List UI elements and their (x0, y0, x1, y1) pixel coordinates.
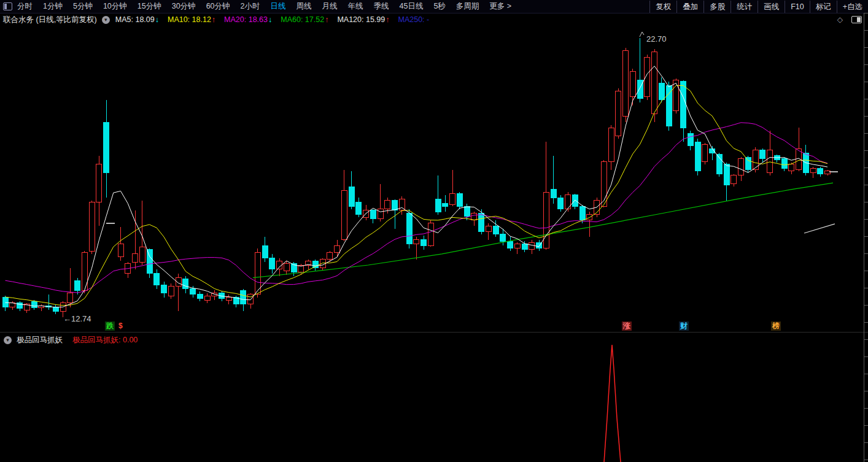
event-badge[interactable]: $ (117, 321, 124, 331)
toolbar-button[interactable]: F10 (785, 1, 810, 13)
toolbar-button[interactable]: 多股 (703, 1, 730, 13)
toolbar-button[interactable]: 统计 (730, 1, 758, 13)
svg-text:22.70: 22.70 (646, 34, 667, 44)
chevron-down-icon[interactable]: ▾ (4, 336, 12, 344)
toolbar-button[interactable]: 复权 (649, 1, 676, 13)
toolbar-button[interactable]: 画线 (758, 1, 785, 13)
period-tab[interactable]: 10分钟 (103, 1, 127, 12)
period-tab[interactable]: 日线 (270, 1, 285, 12)
price-axis-scrollbar[interactable] (864, 13, 868, 462)
symbol-title: 联合水务 (日线,等比前复权) (3, 15, 97, 25)
period-tab[interactable]: 60分钟 (206, 1, 230, 12)
period-tab[interactable]: 5分钟 (73, 1, 93, 12)
split-panel-icon[interactable] (851, 16, 862, 23)
period-tab[interactable]: 多周期 (456, 1, 479, 12)
indicator-value: 极品回马抓妖: 0.00 (72, 335, 138, 345)
ma-label: MA20: 18.63↓ (224, 15, 272, 24)
period-tab[interactable]: 更多 > (489, 1, 511, 12)
symbol-bar: 联合水务 (日线,等比前复权) ▾ MA5: 18.09↓MA10: 18.12… (0, 13, 868, 26)
period-tab[interactable]: 分时 (17, 1, 33, 12)
ma-label: MA60: 17.52↑ (281, 15, 328, 24)
svg-text:←12.74: ←12.74 (63, 314, 91, 323)
toolbar-right-buttons: 复权叠加多股统计画线F10标记+自选 (649, 0, 868, 13)
period-tab[interactable]: 5秒 (433, 1, 445, 12)
period-toolbar: 分时1分钟5分钟10分钟15分钟30分钟60分钟2小时日线周线月线年线季线45日… (0, 0, 868, 13)
diamond-icon[interactable]: ◇ (837, 15, 843, 24)
event-badge[interactable]: 涨 (622, 321, 632, 331)
indicator-panel[interactable]: ▾ 极品回马抓妖 极品回马抓妖: 0.00 (0, 333, 868, 462)
period-tab[interactable]: 15分钟 (138, 1, 161, 12)
indicator-name[interactable]: 极品回马抓妖 (17, 335, 63, 345)
ma-label: MA10: 18.12↑ (168, 15, 215, 24)
ma-label: MA250: - (398, 15, 429, 24)
event-badge[interactable]: 财 (679, 321, 689, 331)
ma-label: MA120: 15.99↑ (337, 15, 389, 24)
ma-label: MA5: 18.09↓ (115, 15, 159, 24)
period-tab[interactable]: 30分钟 (172, 1, 196, 12)
period-tab[interactable]: 周线 (296, 1, 311, 12)
toolbar-button[interactable]: +自选 (837, 1, 868, 13)
event-badge[interactable]: 跌 (105, 321, 115, 331)
chevron-down-icon[interactable]: ▾ (102, 16, 110, 24)
period-tabs: 分时1分钟5分钟10分钟15分钟30分钟60分钟2小时日线周线月线年线季线45日… (17, 1, 511, 12)
period-tab[interactable]: 1分钟 (43, 1, 63, 12)
period-tab[interactable]: 45日线 (399, 1, 423, 12)
candlestick-chart[interactable]: 22.70←12.74 (0, 26, 868, 332)
period-tab[interactable]: 月线 (322, 1, 337, 12)
period-tab[interactable]: 季线 (373, 1, 389, 12)
layout-panel-icon[interactable] (3, 2, 12, 10)
ma-legend: MA5: 18.09↓MA10: 18.12↑MA20: 18.63↓MA60:… (115, 15, 429, 24)
toolbar-button[interactable]: 叠加 (676, 1, 703, 13)
period-tab[interactable]: 年线 (347, 1, 363, 12)
toolbar-button[interactable]: 标记 (810, 1, 837, 13)
event-badge[interactable]: 榜 (771, 321, 781, 331)
indicator-header: ▾ 极品回马抓妖 极品回马抓妖: 0.00 (0, 335, 138, 345)
indicator-chart[interactable] (0, 333, 868, 462)
main-chart[interactable]: 22.70←12.74 跌$涨财榜 (0, 26, 868, 332)
period-tab[interactable]: 2小时 (241, 1, 260, 12)
